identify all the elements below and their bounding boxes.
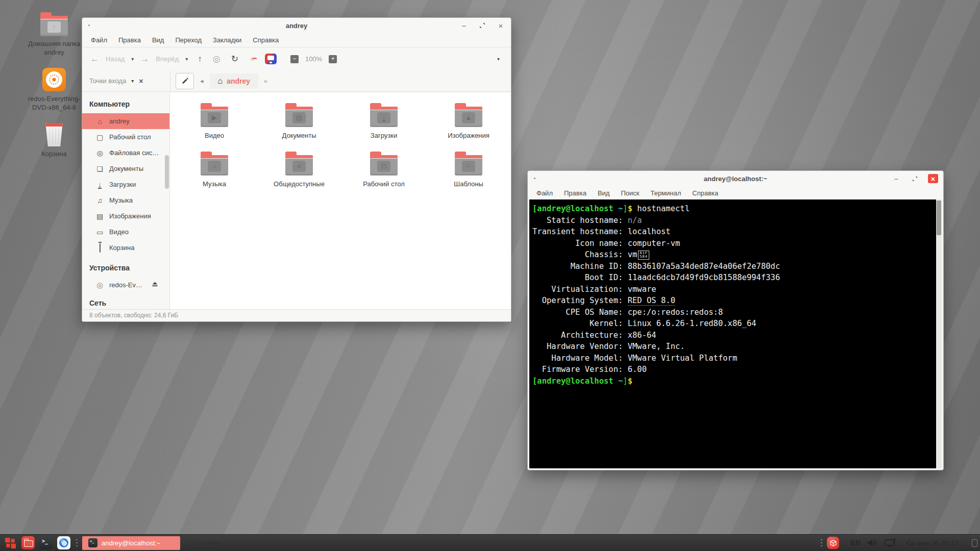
browser-launcher[interactable] <box>56 536 71 550</box>
forward-label[interactable]: Вперёд <box>156 55 179 63</box>
sidebar-item-music[interactable]: ♫ Музыка <box>82 192 169 208</box>
back-dropdown-icon[interactable]: ▾ <box>131 56 134 62</box>
places-header: Точки входа ▾ × <box>82 70 170 91</box>
terminal-prompt-line: [andrey@localhost ~]$ <box>532 375 933 387</box>
menu-view[interactable]: Вид <box>148 35 169 45</box>
menu-search[interactable]: Поиск <box>616 188 644 198</box>
menu-go[interactable]: Переход <box>170 35 206 45</box>
fm-sidebar: Компьютер ⌂ andrey ▢ Рабочий стол ◎ Файл… <box>82 93 170 309</box>
edit-location-button[interactable] <box>176 73 194 89</box>
places-close-icon[interactable]: × <box>139 77 143 85</box>
chromium-icon <box>57 536 70 549</box>
terminal-scrollbar[interactable] <box>936 199 942 468</box>
new-tab-icon[interactable]: ◎ <box>213 54 220 64</box>
back-label[interactable]: Назад <box>106 55 125 63</box>
terminal-output-line: Static hostname: n/a <box>532 215 933 227</box>
terminal-launcher[interactable]: >_ <box>38 536 54 550</box>
computer-button[interactable] <box>265 54 277 64</box>
sidebar-item-filesystem[interactable]: ◎ Файловая сис… <box>82 145 169 161</box>
reload-icon[interactable]: ↻ <box>231 54 238 64</box>
minimize-button[interactable]: − <box>891 174 901 183</box>
folder-item-desktop[interactable]: ⊡ Рабочий стол <box>341 146 426 195</box>
terminal-titlebar[interactable]: andrey@localhost:~ − × <box>528 171 943 186</box>
menu-view[interactable]: Вид <box>593 188 615 198</box>
menu-edit[interactable]: Правка <box>559 188 591 198</box>
share-emblem-icon: ≺ <box>292 161 306 172</box>
forward-dropdown-icon[interactable]: ▾ <box>185 56 188 62</box>
terminal-output-line: Hardware Model: VMware Virtual Platform <box>532 353 933 364</box>
desktop-icon-trash[interactable]: Корзина <box>21 123 87 158</box>
home-button[interactable]: ↑ <box>250 58 254 61</box>
zoom-level: 100% <box>305 55 322 63</box>
menu-file[interactable]: Файл <box>86 35 112 45</box>
volume-tray-icon[interactable] <box>867 538 878 547</box>
sidebar-item-home[interactable]: ⌂ andrey <box>82 113 169 129</box>
close-button[interactable]: × <box>928 174 938 183</box>
film-emblem-icon: ▶ <box>208 112 221 123</box>
menu-file[interactable]: Файл <box>532 188 557 198</box>
sidebar-item-videos[interactable]: ▭ Видео <box>82 224 169 240</box>
toolbar-overflow-icon[interactable]: ▾ <box>497 56 500 62</box>
house-icon: ⌂ <box>95 117 104 126</box>
close-button[interactable]: × <box>496 21 506 30</box>
menu-edit[interactable]: Правка <box>114 35 145 45</box>
menu-bookmarks[interactable]: Закладки <box>208 35 246 45</box>
file-manager-launcher[interactable] <box>20 536 36 550</box>
taskbar-task-file-manager[interactable]: ⌂ andrey <box>186 536 228 550</box>
desktop-icon-dvd[interactable]: redos-Everything- DVD-x86_64-8 <box>21 68 87 112</box>
panel-handle[interactable] <box>819 537 824 548</box>
menu-terminal[interactable]: Терминал <box>646 188 685 198</box>
start-menu-button[interactable] <box>3 536 18 550</box>
folder-item-pictures[interactable]: ▲ Изображения <box>426 98 511 146</box>
sidebar-item-documents[interactable]: ❏ Документы <box>82 161 169 177</box>
speaker-icon <box>867 538 878 547</box>
desktop-icon-label: redos-Everything- <box>28 94 81 103</box>
download-emblem-icon: ↓ <box>377 112 390 123</box>
sidebar-item-downloads[interactable]: ↓ Загрузки <box>82 177 169 192</box>
display-tray-icon[interactable] <box>884 538 896 548</box>
minimize-button[interactable]: − <box>459 21 469 30</box>
sidebar-item-trash[interactable]: Корзина <box>82 240 169 256</box>
keyboard-layout-indicator[interactable]: EN <box>850 539 860 547</box>
folder-item-video[interactable]: ▶ Видео <box>172 98 257 146</box>
folder-item-music[interactable]: ♪ Музыка <box>172 146 257 195</box>
house-icon: ⌂ <box>192 538 198 547</box>
desktop-icon-home-folder[interactable]: ↑ Домашняя папка andrey <box>21 11 87 57</box>
folder-item-downloads[interactable]: ↓ Загрузки <box>341 98 426 146</box>
taskbar-task-terminal[interactable]: >_ andrey@localhost:~ <box>82 536 180 550</box>
sidebar-item-desktop[interactable]: ▢ Рабочий стол <box>82 129 169 145</box>
menu-help[interactable]: Справка <box>688 188 723 198</box>
up-icon[interactable]: ↑ <box>198 54 202 64</box>
panel-handle[interactable] <box>75 537 79 548</box>
images-icon: ▤ <box>95 212 104 220</box>
zoom-out-button[interactable]: − <box>290 55 299 63</box>
maximize-button[interactable] <box>910 174 920 183</box>
breadcrumb-home-button[interactable]: ⌂ andrey <box>210 73 259 89</box>
sidebar-scrollbar-thumb[interactable] <box>165 155 169 189</box>
terminal-screen[interactable]: [andrey@localhost ~]$ hostnamectl Static… <box>529 199 936 468</box>
folder-item-public[interactable]: ≺ Общедоступные <box>257 146 341 195</box>
window-icon-dot <box>88 24 90 26</box>
sidebar-item-device-redos[interactable]: ◎ redos-Ev… <box>82 277 169 293</box>
breadcrumb-left-icon[interactable]: ◂ <box>200 77 204 85</box>
back-icon[interactable]: ← <box>90 54 99 64</box>
sidebar-item-pictures[interactable]: ▤ Изображения <box>82 208 169 224</box>
zoom-in-button[interactable]: + <box>329 55 337 63</box>
clock[interactable]: Ср июн 26, 01:13 <box>906 539 959 547</box>
terminal-scrollbar-thumb[interactable] <box>937 201 941 235</box>
fm-pathbar-row: Точки входа ▾ × ◂ ⌂ andrey ▸ <box>82 70 511 92</box>
red-folder-icon <box>21 536 35 549</box>
software-update-tray-icon[interactable] <box>827 537 839 549</box>
forward-icon[interactable]: → <box>140 54 149 64</box>
breadcrumb-right-icon[interactable]: ▸ <box>264 77 268 85</box>
folder-item-templates[interactable]: ⚐ Шаблоны <box>426 146 511 195</box>
maximize-button[interactable] <box>477 21 487 30</box>
terminal-output-line: Transient hostname: localhost <box>532 226 933 238</box>
folder-item-documents[interactable]: ▤ Документы <box>257 98 341 146</box>
menu-help[interactable]: Справка <box>248 35 283 45</box>
eject-icon[interactable] <box>152 281 158 289</box>
fm-titlebar[interactable]: andrey − × <box>82 18 511 33</box>
file-manager-window: andrey − × Файл Правка Вид Переход Закла… <box>82 17 511 322</box>
show-desktop-button[interactable] <box>972 539 977 547</box>
places-dropdown-icon[interactable]: ▾ <box>131 78 134 84</box>
